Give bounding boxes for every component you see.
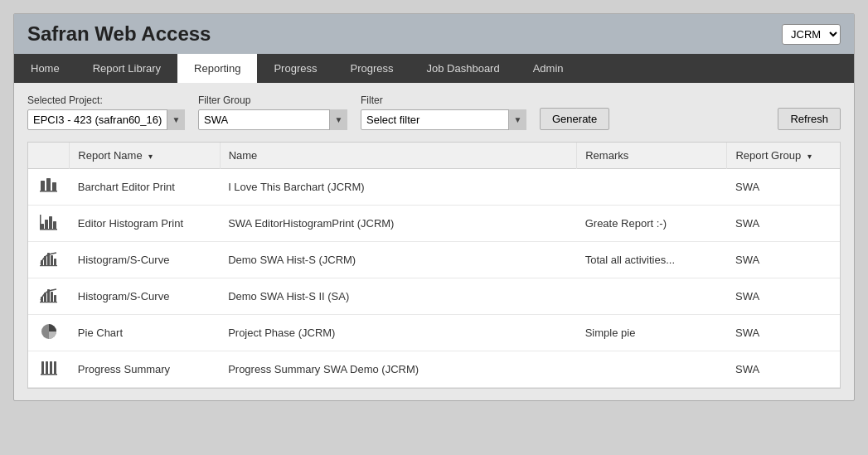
svg-rect-8 bbox=[40, 229, 57, 230]
row-report-group: SWA bbox=[727, 351, 840, 388]
table-row[interactable]: Histogram/S-Curve Demo SWA Hist-S (JCRM)… bbox=[28, 242, 840, 278]
filter-select[interactable]: Select filter bbox=[361, 109, 526, 130]
svg-rect-15 bbox=[40, 265, 57, 266]
row-name: Demo SWA Hist-S II (SA) bbox=[220, 278, 577, 315]
row-remarks: Total all activities... bbox=[577, 242, 727, 278]
svg-rect-27 bbox=[41, 374, 57, 375]
row-report-name: Histogram/S-Curve bbox=[70, 278, 220, 315]
table-row[interactable]: Histogram/S-Curve Demo SWA Hist-S II (SA… bbox=[28, 278, 840, 315]
svg-rect-6 bbox=[49, 216, 52, 229]
nav-item-reporting[interactable]: Reporting bbox=[177, 54, 257, 83]
svg-rect-1 bbox=[46, 178, 51, 191]
filter-group-label: Filter Group bbox=[198, 94, 347, 106]
col-header-report-name[interactable]: Report Name ▾ bbox=[70, 143, 220, 169]
nav-item-progress1[interactable]: Progress bbox=[257, 54, 333, 83]
table-row[interactable]: Barchart Editor Print I Love This Barcha… bbox=[28, 169, 840, 206]
generate-button[interactable]: Generate bbox=[540, 108, 609, 130]
report-name-sort-icon: ▾ bbox=[148, 152, 153, 161]
row-icon-piechart bbox=[28, 315, 70, 351]
row-remarks bbox=[577, 278, 727, 315]
row-report-group: SWA bbox=[727, 315, 840, 351]
svg-rect-5 bbox=[45, 220, 48, 229]
nav-item-admin[interactable]: Admin bbox=[516, 54, 580, 83]
user-select[interactable]: JCRM bbox=[782, 24, 841, 45]
row-remarks: Simple pie bbox=[577, 315, 727, 351]
col-header-remarks: Remarks bbox=[577, 143, 727, 169]
filter-label: Filter bbox=[361, 94, 526, 106]
row-name: Progress Summary SWA Demo (JCRM) bbox=[220, 351, 577, 388]
svg-rect-19 bbox=[51, 292, 53, 302]
svg-rect-9 bbox=[40, 215, 41, 229]
svg-rect-4 bbox=[41, 224, 44, 229]
reports-table: Report Name ▾ Name Remarks Report Group … bbox=[28, 143, 840, 388]
svg-rect-14 bbox=[54, 259, 56, 265]
refresh-button[interactable]: Refresh bbox=[778, 108, 841, 130]
row-remarks: Greate Report :-) bbox=[577, 206, 727, 242]
nav-bar: Home Report Library Reporting Progress P… bbox=[14, 54, 854, 83]
row-remarks bbox=[577, 351, 727, 388]
row-name: I Love This Barchart (JCRM) bbox=[220, 169, 577, 206]
row-icon-histogram bbox=[28, 206, 70, 242]
filter-group-select[interactable]: SWA bbox=[198, 109, 347, 130]
row-report-name: Progress Summary bbox=[70, 351, 220, 388]
row-report-group: SWA bbox=[727, 206, 840, 242]
row-report-name: Histogram/S-Curve bbox=[70, 242, 220, 278]
row-icon-histogram-scurve bbox=[28, 242, 70, 278]
filter-group-filter: Filter Select filter ▼ bbox=[361, 94, 526, 130]
selected-project-select[interactable]: EPCI3 - 423 (safran60_16) bbox=[27, 109, 185, 130]
row-report-group: SWA bbox=[727, 242, 840, 278]
svg-rect-24 bbox=[46, 361, 48, 375]
svg-rect-23 bbox=[41, 361, 44, 375]
row-report-name: Editor Histogram Print bbox=[70, 206, 220, 242]
filter-group-group: Filter Group SWA ▼ bbox=[198, 94, 347, 130]
svg-rect-0 bbox=[41, 181, 45, 191]
row-icon-histogram-scurve2 bbox=[28, 278, 70, 315]
row-remarks bbox=[577, 169, 727, 206]
svg-rect-26 bbox=[54, 361, 56, 375]
col-header-name: Name bbox=[220, 143, 577, 169]
svg-rect-21 bbox=[40, 302, 57, 303]
svg-rect-20 bbox=[54, 295, 56, 302]
reports-table-container: Report Name ▾ Name Remarks Report Group … bbox=[27, 142, 841, 389]
app-title: Safran Web Access bbox=[27, 22, 211, 46]
row-report-name: Pie Chart bbox=[70, 315, 220, 351]
svg-rect-7 bbox=[53, 221, 56, 229]
svg-rect-25 bbox=[50, 361, 52, 375]
table-row[interactable]: Progress Summary Progress Summary SWA De… bbox=[28, 351, 840, 388]
row-name: Project Phase (JCRM) bbox=[220, 315, 577, 351]
nav-item-job-dashboard[interactable]: Job Dashboard bbox=[410, 54, 516, 83]
col-header-icon bbox=[28, 143, 70, 169]
table-row[interactable]: Pie Chart Project Phase (JCRM) Simple pi… bbox=[28, 315, 840, 351]
nav-item-progress2[interactable]: Progress bbox=[333, 54, 410, 83]
row-report-group: SWA bbox=[727, 169, 840, 206]
report-group-sort-icon: ▾ bbox=[807, 152, 812, 161]
row-icon-barchart bbox=[28, 169, 70, 206]
selected-project-group: Selected Project: EPCI3 - 423 (safran60_… bbox=[27, 94, 185, 130]
table-row[interactable]: Editor Histogram Print SWA EditorHistogr… bbox=[28, 206, 840, 242]
nav-item-report-library[interactable]: Report Library bbox=[76, 54, 177, 83]
row-name: SWA EditorHistogramPrint (JCRM) bbox=[220, 206, 577, 242]
col-header-report-group[interactable]: Report Group ▾ bbox=[727, 143, 840, 169]
selected-project-label: Selected Project: bbox=[27, 94, 185, 106]
nav-item-home[interactable]: Home bbox=[14, 54, 76, 83]
svg-rect-3 bbox=[40, 191, 57, 192]
row-icon-progress-summary bbox=[28, 351, 70, 388]
row-report-group: SWA bbox=[727, 278, 840, 315]
svg-rect-13 bbox=[51, 255, 53, 265]
svg-rect-2 bbox=[52, 182, 56, 191]
row-report-name: Barchart Editor Print bbox=[70, 169, 220, 206]
row-name: Demo SWA Hist-S (JCRM) bbox=[220, 242, 577, 278]
